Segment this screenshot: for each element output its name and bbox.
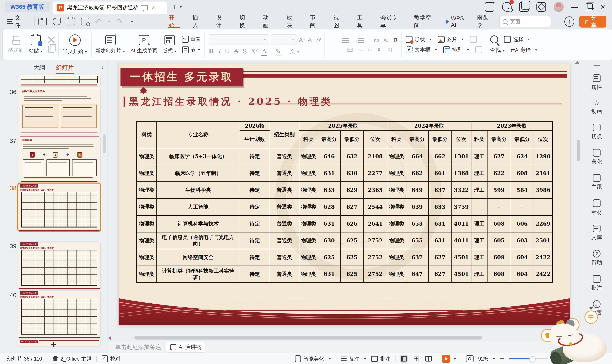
horizontal-scrollbar[interactable] [107, 335, 550, 340]
ai-script-button[interactable]: AI 演讲稿 [166, 342, 205, 352]
smart-beautify-button[interactable]: 智能美化 [295, 355, 331, 362]
user-avatar[interactable] [554, 2, 564, 12]
rail-item-设置[interactable]: …设置 [581, 300, 612, 317]
redo-icon[interactable]: ↷ [116, 17, 123, 26]
ai-assistant-icon[interactable] [485, 2, 494, 12]
distribute-button[interactable]: || [347, 47, 353, 52]
apps-cube-icon[interactable] [536, 2, 546, 12]
text-effects-button[interactable]: ⧉ [393, 37, 398, 44]
rail-item-文库[interactable]: 文库 [581, 225, 612, 241]
rain-classroom-menu[interactable]: 雨课堂 [477, 14, 493, 29]
menu-tab-会员专享[interactable]: 会员专享 [374, 14, 407, 29]
slide-thumbnail-38[interactable]: 一体招生 多元录取黑龙江招生录取情况 · 2025 · 物理类 [18, 183, 100, 231]
print-icon[interactable] [67, 18, 75, 26]
font-color-button[interactable]: A [262, 48, 267, 55]
new-slide-button[interactable]: 新建幻灯片 [95, 35, 125, 54]
tab-close-icon[interactable]: × [151, 4, 155, 11]
bold-button[interactable]: B [209, 48, 214, 55]
search-magnifier-icon[interactable] [490, 35, 498, 43]
textbox-button[interactable]: A文本框 [406, 46, 437, 53]
slide-banner-title[interactable]: 一体招生 多元录取 [120, 68, 243, 86]
present-mode-icon[interactable] [141, 5, 148, 10]
scroll-left-arrow-icon[interactable] [108, 336, 111, 340]
new-tab-button[interactable]: + [172, 2, 177, 11]
outline-tab[interactable]: 大纲 [33, 64, 45, 72]
paste-button[interactable]: 粘贴 [28, 35, 43, 54]
menu-tab-切换[interactable]: 切换 [233, 14, 256, 29]
hamburger-menu-icon[interactable] [7, 21, 12, 22]
print-preview-icon[interactable] [81, 18, 89, 26]
arrange-button[interactable]: 排列 [443, 46, 469, 53]
multi-window-icon[interactable] [519, 2, 529, 12]
menu-tab-视图[interactable]: 视图 [327, 14, 350, 29]
menu-tab-工具[interactable]: 工具 [350, 14, 374, 29]
text-direction-button[interactable]: A↓ [384, 38, 389, 43]
restore-button[interactable] [586, 3, 593, 10]
collapse-panel-icon[interactable]: ‹ [101, 63, 104, 72]
slide-thumbnail-table-sliver[interactable] [18, 75, 100, 86]
undo-icon[interactable]: ↶ [95, 17, 102, 26]
font-size-select[interactable] [271, 34, 297, 45]
comments-button[interactable]: 批注 [371, 355, 390, 362]
menu-tab-放映[interactable]: 放映 [279, 14, 303, 29]
layout-button[interactable]: 版式 [162, 35, 177, 54]
decrease-font-icon[interactable]: A⁻ [308, 36, 315, 43]
rail-item-美化[interactable]: 美化 [581, 149, 612, 165]
text-shadow-button[interactable]: S [243, 48, 247, 55]
save-icon[interactable] [39, 18, 47, 26]
menu-tab-开始[interactable]: 开始 [162, 14, 186, 29]
messages-icon[interactable] [502, 2, 512, 12]
superscript-button[interactable]: X² [251, 48, 258, 55]
reset-button[interactable]: 重置 [182, 36, 201, 43]
shape-outline-icon[interactable] [475, 46, 482, 53]
menu-tab-审阅[interactable]: 审阅 [303, 14, 327, 29]
decrease-indent-button[interactable]: ← [338, 38, 349, 43]
character-spacing-button[interactable]: ab̄ [374, 38, 379, 43]
close-button[interactable]: × [600, 3, 605, 11]
slideshow-play-button[interactable] [442, 355, 450, 363]
cut-icon[interactable] [48, 37, 54, 43]
rail-item-主题[interactable]: 主题 [581, 174, 612, 191]
rail-item-切换[interactable]: 切换 [581, 124, 612, 140]
translate-button[interactable]: ⇄A翻译 [511, 46, 538, 54]
zoom-slider-handle[interactable] [529, 356, 535, 362]
slideshow-caret-icon[interactable] [454, 358, 456, 360]
normal-view-button[interactable] [400, 355, 408, 363]
slide-sorter-view-button[interactable] [412, 355, 420, 363]
menu-tab-动画[interactable]: 动画 [256, 14, 279, 29]
rail-item-属性[interactable]: 属性 [581, 74, 612, 91]
underline-button[interactable]: U [225, 48, 230, 55]
document-tab[interactable]: P 黑龙江济威修复-母校回访通稿 × [53, 1, 167, 14]
slide-thumbnail-37[interactable]: 培养模式3+1+X [18, 136, 100, 182]
menu-tab-设计[interactable]: 设计 [209, 14, 233, 29]
rail-item-动画[interactable]: ☆动画 [581, 100, 612, 115]
strikethrough-button[interactable]: A [234, 48, 239, 55]
current-slide[interactable]: 一体招生 多元录取 黑龙江招生录取情况 · 2025 · 物理类 科类专业名称2… [119, 64, 570, 325]
zoom-out-button[interactable] [500, 358, 504, 359]
find-button[interactable]: 查找 [490, 46, 505, 54]
line-spacing-up-button[interactable]: ↑= [358, 47, 363, 52]
menu-tab-插入[interactable]: 插入 [186, 14, 209, 29]
zoom-level-button[interactable]: 92% [478, 356, 495, 362]
minimize-button[interactable]: — [571, 3, 578, 10]
scroll-up-arrow-icon[interactable] [575, 61, 580, 64]
fit-slide-icon[interactable] [466, 355, 474, 362]
quickbar-more-caret-icon[interactable] [131, 21, 133, 23]
rail-item-帮助[interactable]: ?帮助 [581, 250, 612, 266]
shapes-button[interactable]: 形状 [406, 36, 432, 43]
vertical-scroll-thumb[interactable] [577, 140, 580, 161]
horizontal-scroll-thumb[interactable] [134, 336, 482, 339]
shape-fill-icon[interactable] [470, 36, 477, 43]
picture-button[interactable]: 图片 [438, 36, 464, 43]
collapse-rail-icon[interactable] [593, 65, 600, 65]
menu-tab-教学空间[interactable]: 教学空间 [407, 14, 441, 29]
undo-caret-icon[interactable] [107, 21, 110, 23]
rail-item-批注[interactable]: 批注 [581, 275, 612, 292]
wps-logo[interactable]: W365 教育版 [5, 1, 50, 12]
upload-cloud-icon[interactable] [564, 16, 574, 27]
increase-font-icon[interactable]: A⁺ [299, 36, 306, 43]
line-spacing-down-button[interactable]: ↓= [367, 47, 372, 52]
proofread-button[interactable]: 校对 [102, 355, 120, 362]
section-button[interactable]: 节 [182, 46, 201, 53]
slide-canvas[interactable]: 一体招生 多元录取 黑龙江招生录取情况 · 2025 · 物理类 科类专业名称2… [107, 60, 581, 353]
